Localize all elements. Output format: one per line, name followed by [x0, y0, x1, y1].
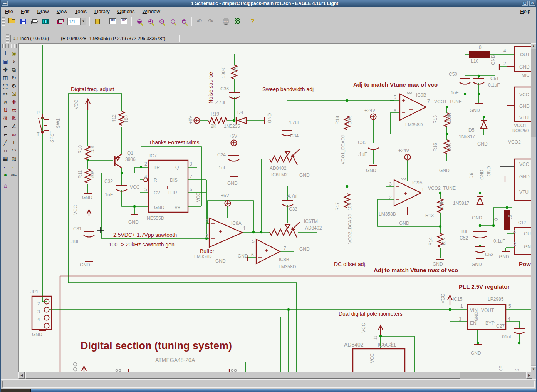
tool-errors-button[interactable]: ⌂	[1, 181, 10, 189]
zoom-select-icon: ◻	[182, 19, 186, 24]
scroll-down-button[interactable]: ▼	[531, 366, 536, 372]
menu-help[interactable]: Help	[517, 7, 534, 15]
tool-value-button[interactable]: R210k	[1, 114, 10, 122]
maximize-button[interactable]: ▢	[522, 1, 528, 6]
tool-mark-button[interactable]: ⌖	[10, 57, 18, 65]
schematic-label: GND	[471, 350, 481, 356]
schematic-canvas[interactable]: Digital freq. adjustThanks Forrest MimsN…	[18, 43, 532, 372]
help-button[interactable]: ?	[247, 17, 258, 26]
menu-draw[interactable]: Draw	[34, 7, 52, 15]
menu-options[interactable]: Options	[114, 7, 138, 15]
menu-window[interactable]: Window	[139, 7, 164, 15]
vertical-scrollbar[interactable]: ▲ ▼	[531, 43, 536, 372]
tool-text-button[interactable]: T	[10, 138, 18, 146]
window-menu-button[interactable]: ▬	[2, 1, 8, 6]
tool-invoke-button[interactable]: ⌐	[1, 130, 10, 138]
tool-info-button[interactable]: i	[1, 49, 10, 57]
sheet-dropdown-icon[interactable]: ▼	[81, 18, 86, 25]
tool-add-button[interactable]: ✚	[10, 98, 18, 106]
tool-cut-button[interactable]: ✂	[1, 90, 10, 98]
schematic-label: GND	[433, 261, 443, 267]
tool-show-button[interactable]: ◉	[10, 49, 18, 57]
tool-rotate-button[interactable]: ↻	[10, 74, 18, 82]
tool-bus-button[interactable]: ⌐	[1, 162, 10, 171]
command-line-input[interactable]	[182, 35, 533, 42]
close-button[interactable]: ✕	[529, 1, 535, 6]
cam-processor-button[interactable]	[40, 17, 50, 26]
coordbar-grip[interactable]	[6, 34, 9, 43]
zoom-out-button[interactable]: −	[156, 17, 167, 26]
scroll-up-button[interactable]: ▲	[531, 43, 536, 49]
run-script-icon: SCR	[109, 18, 116, 24]
tool-wire-button[interactable]: ╱	[1, 138, 10, 146]
stop-button[interactable]: STOP	[221, 17, 231, 26]
tool-arc-button[interactable]: ◠	[10, 146, 18, 154]
zoom-redraw-button[interactable]: =	[168, 17, 178, 26]
scroll-left-button[interactable]: ◀	[18, 372, 25, 379]
schematic-label: Q	[175, 165, 179, 170]
sheet-select[interactable]: 1/1▼	[67, 18, 86, 25]
tool-group-button[interactable]: ⬚	[1, 82, 10, 90]
open-button[interactable]	[7, 17, 17, 26]
menu-view[interactable]: View	[53, 7, 71, 15]
tool-paste-button[interactable]: ⇲	[10, 90, 18, 98]
tool-circle-button[interactable]: ○	[1, 146, 10, 154]
tool-junction-button[interactable]: ●	[1, 171, 10, 179]
tool-split-button[interactable]: ∠	[10, 122, 18, 130]
tool-rect-button[interactable]: ▦	[1, 154, 10, 162]
horizontal-scrollbar[interactable]: ◀ ▶	[18, 372, 532, 379]
arc-icon: ◠	[12, 148, 16, 153]
tool-change-button[interactable]: ⚙	[10, 82, 18, 90]
board-button[interactable]	[55, 17, 66, 26]
tool-miter-button[interactable]: ⌐	[1, 122, 10, 130]
redo-button[interactable]: ↷	[205, 17, 216, 26]
schematic-label: GND	[470, 108, 480, 113]
tool-net-button[interactable]: ⌐	[10, 162, 18, 171]
tool-delete-button[interactable]: ✕	[1, 98, 10, 106]
schematic-label: 4	[37, 317, 40, 322]
title-bar[interactable]: ▬ 1 Schematic - /tmp/RCT/cigpack-main rc…	[1, 0, 536, 7]
menu-file[interactable]: File	[2, 7, 17, 15]
run-ulp-button[interactable]: ULP	[119, 17, 129, 26]
schematic-drawing[interactable]: Digital freq. adjustThanks Forrest MimsN…	[19, 44, 532, 372]
undo-button[interactable]: ↶	[194, 17, 205, 26]
vertical-scroll-thumb[interactable]	[531, 137, 536, 365]
zoom-in-button[interactable]: +	[145, 17, 156, 26]
zoom-fit-button[interactable]: ▭	[134, 17, 144, 26]
library-button[interactable]	[92, 17, 102, 26]
tool-copy-button[interactable]: ⧉	[10, 65, 18, 74]
tool-gateswap-button[interactable]: ⇆	[10, 106, 18, 114]
tool-pinswap-button[interactable]: ⇅	[1, 106, 10, 114]
taskbar-item[interactable]	[1, 389, 31, 392]
tool-polygon-button[interactable]: ▨	[10, 154, 18, 162]
schematic-label: 11	[373, 335, 378, 340]
window-title: 1 Schematic - /tmp/RCT/cigpack-main rc1.…	[8, 1, 521, 6]
schematic-label: +6V	[221, 193, 229, 198]
schematic-label: VCC	[440, 293, 446, 303]
tool-display-button[interactable]: ▣	[1, 57, 10, 65]
menu-tools[interactable]: Tools	[72, 7, 90, 15]
menu-edit[interactable]: Edit	[17, 7, 33, 15]
schematic-label: GND	[154, 205, 164, 210]
print-button[interactable]	[29, 17, 39, 26]
scroll-right-button[interactable]: ▶	[526, 372, 532, 379]
horizontal-scroll-thumb[interactable]	[25, 372, 460, 379]
menu-library[interactable]: Library	[91, 7, 113, 15]
palette-grip[interactable]	[2, 44, 17, 48]
run-script-button[interactable]: SCR	[107, 17, 118, 26]
save-button[interactable]	[18, 17, 28, 26]
schematic-label: GND	[238, 253, 248, 259]
tool-smash-button[interactable]: R210k	[10, 114, 18, 122]
tool-move-button[interactable]: ✥	[1, 65, 10, 74]
ratsnest-button[interactable]	[232, 17, 242, 26]
toolbar-grip[interactable]	[2, 17, 5, 26]
schematic-label: D6	[469, 173, 474, 179]
schematic-label: 1uF	[451, 90, 459, 95]
desktop-taskbar[interactable]	[1, 389, 536, 392]
schematic-label: T	[37, 132, 40, 137]
tool-label-button[interactable]: ABC	[10, 171, 18, 179]
schematic-label: +6V	[229, 134, 237, 139]
zoom-select-button[interactable]: ◻	[179, 17, 189, 26]
tool-pin-button[interactable]: ∞	[10, 130, 18, 138]
tool-mirror-button[interactable]: ◫	[1, 74, 10, 82]
